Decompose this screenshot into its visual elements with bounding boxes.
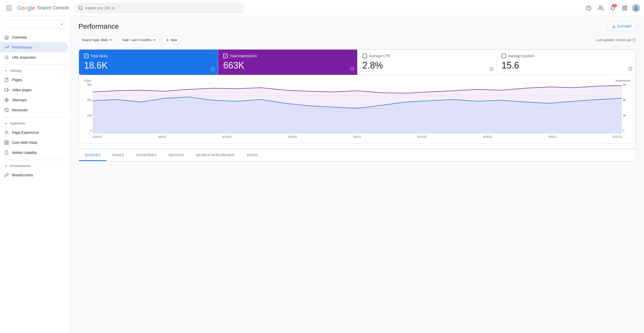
- x-label: 3/16/23: [222, 135, 231, 138]
- sidebar-item-mobile-usability[interactable]: Mobile Usability: [0, 148, 68, 158]
- main-content: Performance EXPORT Search type: Web ✏ Da…: [70, 16, 644, 333]
- metric-label-ctr: Average CTR: [369, 54, 390, 58]
- user-avatar[interactable]: [632, 4, 640, 12]
- last-updated-text: Last updated: 3 hours ago: [596, 38, 631, 42]
- search-icon: [78, 6, 83, 11]
- sidebar-item-label: Mobile Usability: [12, 151, 37, 155]
- sidebar-item-overview[interactable]: Overview: [0, 32, 68, 42]
- help-icon-impressions[interactable]: [350, 67, 354, 72]
- export-button[interactable]: EXPORT: [608, 22, 636, 31]
- svg-rect-25: [7, 141, 9, 142]
- svg-point-4: [599, 6, 601, 8]
- search-console-users-button[interactable]: [596, 3, 606, 13]
- y-axis-200: 200: [87, 98, 92, 102]
- sidebar-item-pages[interactable]: Pages: [0, 75, 68, 85]
- sidebar-item-core-web-vitals[interactable]: Core Web Vitals: [0, 138, 68, 148]
- metric-value-ctr: 2.8%: [363, 60, 491, 71]
- metric-checkbox-position: [502, 54, 506, 58]
- svg-rect-7: [625, 8, 627, 10]
- tab-label: DATES: [247, 153, 258, 157]
- tab-label: QUERIES: [85, 153, 100, 157]
- x-label: 5/5/23: [549, 135, 556, 138]
- help-icon: [586, 5, 591, 11]
- svg-line-1: [82, 9, 82, 10]
- info-icon: [632, 38, 636, 42]
- apps-button[interactable]: [620, 3, 630, 13]
- notifications-button[interactable]: 70: [608, 3, 618, 13]
- tab-dates[interactable]: DATES: [241, 149, 264, 161]
- y-right-0: 0: [623, 129, 624, 132]
- tab-label: COUNTRIES: [136, 153, 156, 157]
- chevron-down-icon: [4, 69, 8, 73]
- metric-card-header: Total impressions: [223, 54, 352, 58]
- y-right-3k: 3K: [623, 114, 626, 117]
- filter-bar: Search type: Web ✏ Date: Last 3 months ✏…: [78, 36, 636, 44]
- sidebar-item-page-experience[interactable]: Page Experience: [0, 127, 68, 138]
- sidebar-section-indexing[interactable]: Indexing: [0, 67, 70, 75]
- sidebar-divider: [4, 160, 66, 160]
- x-label: 4/25/23: [483, 135, 492, 138]
- url-inspection-search[interactable]: [74, 3, 245, 14]
- metric-value-clicks: 18.6K: [84, 60, 213, 71]
- hamburger-menu[interactable]: [4, 3, 14, 13]
- chevron-down-icon: [59, 22, 64, 26]
- sidebar-item-performance[interactable]: Performance: [0, 42, 68, 52]
- filter-search-type-label: Search type: Web: [82, 38, 108, 42]
- filter-search-type[interactable]: Search type: Web ✏: [78, 36, 116, 44]
- y-axis-100: 100: [87, 114, 92, 117]
- sidebar-item-url-inspection[interactable]: URL inspection: [0, 52, 68, 62]
- sidebar-divider: [4, 117, 66, 117]
- sidebar-section-enhancements[interactable]: Enhancements: [0, 162, 70, 170]
- cwv-icon: [4, 140, 9, 145]
- metric-card-position[interactable]: Average position 15.6: [497, 50, 635, 75]
- svg-rect-5: [623, 6, 624, 7]
- sidebar-item-video-pages[interactable]: Video pages: [0, 85, 68, 95]
- metric-label-impressions: Total impressions: [230, 54, 257, 58]
- metric-card-ctr[interactable]: Average CTR 2.8%: [357, 50, 497, 75]
- metric-value-position: 15.6: [502, 60, 630, 71]
- grid-icon: [622, 5, 628, 11]
- sidebar-item-breadcrumbs[interactable]: Breadcrumbs: [0, 170, 68, 180]
- svg-rect-11: [5, 88, 8, 91]
- sidebar-item-removals[interactable]: Removals: [0, 105, 68, 115]
- chart-y-right-label: Impressions: [616, 79, 630, 82]
- filter-date-label: Date: Last 3 months: [122, 38, 151, 42]
- help-icon-ctr[interactable]: [489, 67, 493, 72]
- metric-card-impressions[interactable]: Total impressions 663K: [218, 50, 357, 75]
- metric-card-header: Total clicks: [84, 54, 213, 58]
- tab-pages[interactable]: PAGES: [106, 149, 130, 161]
- url-input[interactable]: [85, 6, 241, 10]
- svg-point-9: [5, 56, 8, 59]
- x-label: 4/5/23: [353, 135, 361, 138]
- filter-date[interactable]: Date: Last 3 months ✏: [119, 36, 159, 44]
- x-label: 3/26/23: [288, 135, 297, 138]
- tab-devices[interactable]: DEVICES: [163, 149, 190, 161]
- plus-icon: [166, 38, 170, 42]
- export-label: EXPORT: [617, 24, 632, 28]
- chart-svg: [93, 83, 622, 134]
- tab-queries[interactable]: QUERIES: [79, 149, 106, 161]
- metric-checkbox-ctr: [363, 54, 367, 58]
- sitemap-icon: [4, 97, 9, 103]
- y-axis-0: 0: [90, 129, 92, 132]
- sidebar-section-label: Experience: [10, 122, 25, 125]
- edit-icon: ✏: [109, 38, 112, 42]
- metric-label-clicks: Total clicks: [91, 54, 108, 58]
- property-selector[interactable]: [3, 20, 67, 28]
- sidebar-section-experience[interactable]: Experience: [0, 119, 70, 127]
- sidebar-item-label: Pages: [12, 78, 22, 82]
- notifications-count: 70: [612, 4, 617, 7]
- help-icon-position[interactable]: [628, 67, 632, 72]
- sidebar-section-label: Enhancements: [10, 164, 30, 168]
- tab-countries[interactable]: COUNTRIES: [130, 149, 163, 161]
- help-button[interactable]: [584, 3, 594, 13]
- page-title: Performance: [78, 22, 119, 30]
- help-icon-clicks[interactable]: [211, 67, 215, 72]
- tab-search-appearance[interactable]: SEARCH APPEARANCE: [190, 149, 241, 161]
- new-filter-button[interactable]: New: [162, 36, 180, 44]
- metric-card-clicks[interactable]: Total clicks 18.6K: [79, 50, 218, 75]
- top-bar: Google Search Console 70: [0, 0, 644, 16]
- svg-point-23: [6, 132, 7, 133]
- sidebar-item-sitemaps[interactable]: Sitemaps: [0, 95, 68, 105]
- tabs-bar: QUERIES PAGES COUNTRIES DEVICES SEARCH A…: [79, 149, 636, 161]
